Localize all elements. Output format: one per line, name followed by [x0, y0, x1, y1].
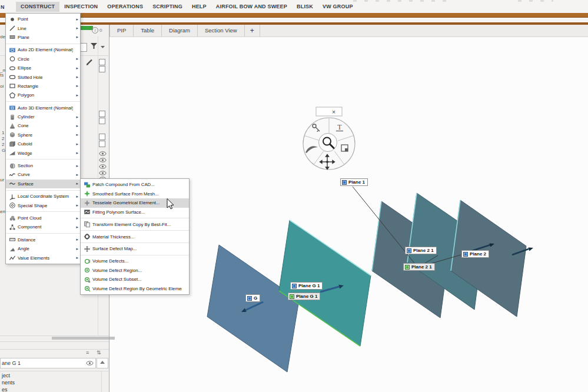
menu-item-distance[interactable]: Distance▸ — [6, 235, 80, 244]
menu-item-volume-defect-region[interactable]: Volume Defect Region... — [81, 266, 189, 275]
menu-item-special-shape[interactable]: Special Shape▸ — [6, 201, 80, 210]
menu-item-value-elements[interactable]: Value Elements▸ — [6, 253, 80, 262]
menu-item-smoothed-surface-from-mesh[interactable]: Smoothed Surface From Mesh... — [81, 190, 189, 199]
menu-item-wedge[interactable]: Wedge▸ — [6, 148, 80, 157]
menu-item-auto-3d-element-nominal[interactable]: Auto 3D Element (Nominal)... — [6, 104, 80, 112]
menubar-item-airfoil-bow-and-sweep[interactable]: AIRFOIL BOW AND SWEEP — [211, 2, 292, 12]
horizontal-scrollbar-thumb[interactable] — [52, 337, 115, 340]
tesselate-icon — [83, 200, 91, 207]
panel-sort-icon[interactable]: ⇅ — [97, 350, 101, 356]
filter-dropdown-icon[interactable] — [100, 45, 105, 49]
info-icon: i — [92, 27, 98, 34]
menu-item-surface[interactable]: Surface▸ — [6, 180, 80, 188]
menubar-item-inspection[interactable]: INSPECTION — [59, 2, 102, 12]
menu-item-polygon[interactable]: Polygon▸ — [6, 91, 80, 99]
menu-item-point[interactable]: Point▸ — [6, 15, 80, 24]
menu-item-sphere[interactable]: Sphere▸ — [6, 131, 80, 139]
menu-item-circle[interactable]: Circle▸ — [6, 55, 80, 64]
menu-item-label: Polygon — [16, 92, 73, 98]
scroll-up-button[interactable] — [97, 358, 108, 368]
menu-item-label: Surface Defect Map... — [91, 246, 182, 251]
menu-separator — [6, 44, 80, 44]
plane-icon — [8, 34, 16, 41]
edit-pen-icon[interactable] — [85, 58, 94, 66]
menubar-item-help[interactable]: HELP — [187, 2, 211, 12]
menu-item-label: Material Thickness... — [91, 234, 182, 240]
menu-item-label: Surface — [16, 181, 73, 187]
menu-item-label: Point — [16, 16, 73, 22]
menubar-item-construct[interactable]: CONSTRUCT — [16, 2, 59, 12]
cone-icon — [8, 122, 16, 129]
tree-item[interactable]: ject — [2, 373, 10, 378]
menu-item-plane[interactable]: Plane▸ — [6, 33, 80, 42]
menu-item-local-coordinate-system[interactable]: Local Coordinate System▸ — [6, 192, 80, 201]
menu-item-label: Ellipse — [16, 65, 73, 71]
navigation-wheel: × T — [303, 107, 355, 170]
panel-pin-icon[interactable]: ≡ — [86, 350, 89, 356]
menu-item-label: Cylinder — [16, 114, 73, 119]
menu-item-label: Transform Element Copy By Best-Fit... — [91, 222, 182, 227]
menu-item-label: Cuboid — [16, 141, 73, 147]
visibility-checkbox[interactable] — [99, 118, 105, 124]
menu-item-section[interactable]: Section▸ — [6, 161, 80, 170]
menu-item-material-thickness[interactable]: Material Thickness... — [81, 232, 189, 241]
defect-map-icon — [83, 245, 91, 253]
visibility-checkbox[interactable] — [99, 111, 105, 117]
menu-separator — [6, 233, 80, 234]
menu-item-volume-defect-subset[interactable]: Volume Defect Subset... — [81, 275, 189, 284]
wheel-close-box[interactable] — [316, 107, 342, 116]
eye-icon[interactable] — [86, 360, 94, 366]
submenu-arrow-icon: ▸ — [73, 164, 78, 168]
menu-item-patch-compound-from-cad[interactable]: Patch Compound From CAD... — [81, 180, 189, 190]
volume-defect-subset-icon — [83, 276, 91, 283]
menu-item-component[interactable]: Component▸ — [6, 222, 80, 231]
menu-item-label: Circle — [16, 57, 73, 62]
menubar-item-scripting[interactable]: SCRIPTING — [148, 2, 187, 12]
visibility-checkbox[interactable] — [99, 59, 105, 65]
menu-item-cuboid[interactable]: Cuboid▸ — [6, 139, 80, 148]
visibility-checkbox[interactable] — [99, 134, 105, 140]
volume-defects-icon — [83, 258, 91, 265]
close-icon[interactable]: × — [332, 108, 335, 115]
submenu-arrow-icon: ▸ — [73, 151, 78, 155]
tree-text-fragment: ur — [0, 177, 4, 182]
visibility-checkbox[interactable] — [99, 66, 105, 72]
menu-item-volume-defects[interactable]: Volume Defects... — [81, 257, 189, 266]
menu-item-surface-defect-map[interactable]: Surface Defect Map... — [81, 244, 189, 254]
zoom-center[interactable] — [319, 134, 337, 152]
tree-text-fragment: oi — [0, 84, 4, 89]
special-shape-icon — [8, 202, 16, 209]
menu-separator — [81, 218, 189, 218]
menu-item-point-cloud[interactable]: Point Cloud▸ — [6, 214, 80, 222]
cylinder-icon — [8, 114, 16, 121]
menu-item-curve[interactable]: Curve▸ — [6, 170, 80, 179]
menu-separator — [6, 159, 80, 160]
visibility-checkbox[interactable] — [99, 141, 105, 147]
menubar-item-vw-group[interactable]: VW GROUP — [318, 2, 358, 12]
menu-item-ellipse[interactable]: Ellipse▸ — [6, 64, 80, 72]
smoothed-surface-icon — [83, 190, 91, 197]
accent-bar — [0, 13, 588, 18]
menu-item-label: Volume Defect Region By Geometric Elemen… — [91, 286, 182, 291]
tree-item[interactable]: es — [2, 387, 8, 392]
tree-item[interactable]: nents — [2, 380, 15, 386]
menu-item-label: Volume Defect Region... — [91, 268, 182, 273]
menu-item-cylinder[interactable]: Cylinder▸ — [6, 112, 80, 121]
transform-copy-icon — [83, 221, 91, 228]
menu-item-line[interactable]: Line▸ — [6, 24, 80, 32]
patch-compound-icon — [83, 181, 91, 188]
distance-icon — [8, 236, 16, 243]
menubar-item-operations[interactable]: OPERATIONS — [102, 2, 148, 12]
menu-item-slotted-hole[interactable]: Slotted Hole▸ — [6, 72, 80, 81]
menu-item-cone[interactable]: Cone▸ — [6, 121, 80, 130]
menu-item-rectangle[interactable]: Rectangle▸ — [6, 82, 80, 91]
submenu-arrow-icon: ▸ — [73, 93, 78, 98]
menubar-item-blisk[interactable]: BLISK — [292, 2, 318, 12]
menu-item-auto-2d-element-nominal[interactable]: Auto 2D Element (Nominal)... — [6, 45, 80, 54]
menu-item-volume-defect-region-by-geometric-element[interactable]: Volume Defect Region By Geometric Elemen… — [81, 284, 189, 294]
menu-item-label: Value Elements — [16, 255, 73, 261]
menu-item-angle[interactable]: Angle▸ — [6, 244, 80, 253]
surface-icon — [8, 180, 16, 187]
menu-item-transform-element-copy-by-best-fit[interactable]: Transform Element Copy By Best-Fit... — [81, 220, 189, 229]
menu-separator — [6, 190, 80, 191]
